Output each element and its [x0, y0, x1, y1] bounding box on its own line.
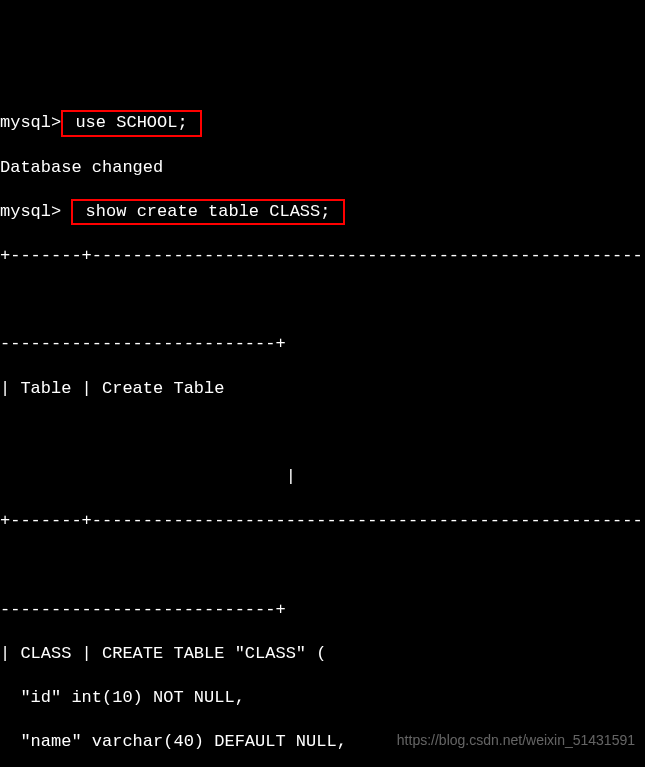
table-border: +-------+-------------------------------…: [0, 510, 645, 532]
terminal-output: mysql> use SCHOOL; Database changed mysq…: [0, 88, 645, 767]
mysql-prompt: mysql>: [0, 202, 61, 221]
mysql-prompt: mysql>: [0, 113, 61, 132]
result-database-changed: Database changed: [0, 157, 645, 179]
table-border: +-------+-------------------------------…: [0, 245, 645, 267]
command-use-school: use SCHOOL;: [61, 110, 202, 136]
table-header: | Table | Create Table: [0, 378, 645, 400]
column-id: "id" int(10) NOT NULL,: [0, 687, 645, 709]
table-border: ---------------------------+: [0, 333, 645, 355]
blank-line: [0, 289, 645, 311]
prompt-line-2: mysql> show create table CLASS;: [0, 201, 645, 223]
table-pipe: |: [0, 466, 645, 488]
command-show-create-table: show create table CLASS;: [71, 199, 344, 225]
create-table-row: | CLASS | CREATE TABLE "CLASS" (: [0, 643, 645, 665]
csdn-watermark: https://blog.csdn.net/weixin_51431591: [397, 731, 635, 749]
blank-line: [0, 422, 645, 444]
table-border: ---------------------------+: [0, 599, 645, 621]
blank-line: [0, 554, 645, 576]
prompt-line-1: mysql> use SCHOOL;: [0, 112, 645, 134]
